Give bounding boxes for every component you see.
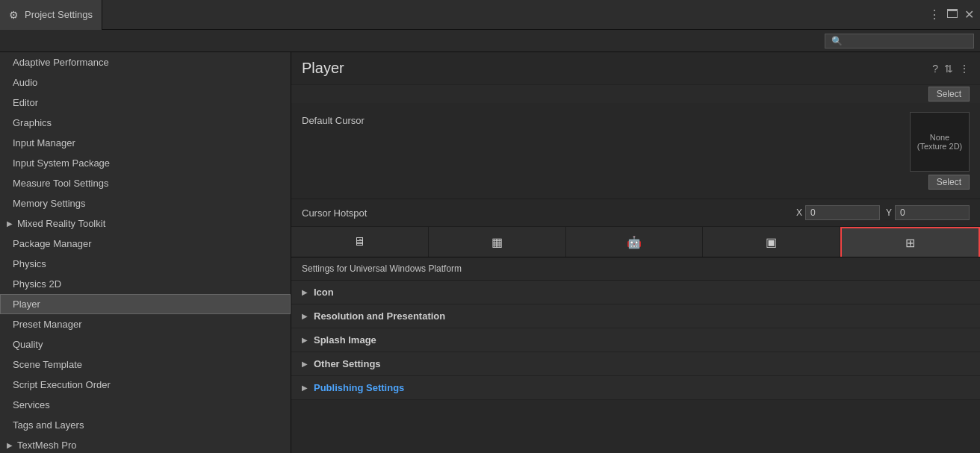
sidebar-item-label: Preset Manager <box>13 319 82 330</box>
sidebar-item-label: Editor <box>13 97 38 108</box>
sidebar-item-script-execution-order[interactable]: Script Execution Order <box>0 375 291 395</box>
more-icon[interactable]: ⋮ <box>959 63 970 75</box>
help-icon[interactable]: ? <box>932 63 938 75</box>
content-header-icons: ? ⇅ ⋮ <box>932 63 970 75</box>
content-header: Player ? ⇅ ⋮ <box>291 52 980 85</box>
maximize-icon[interactable]: 🗖 <box>946 7 958 22</box>
section-publishing-settings[interactable]: ▶Publishing Settings <box>291 376 980 400</box>
sidebar-item-label: Adaptive Performance <box>13 57 109 68</box>
arrow-icon: ▶ <box>7 219 13 228</box>
sidebar-item-audio[interactable]: Audio <box>0 72 291 93</box>
gear-icon: ⚙ <box>9 9 19 21</box>
section-splash-image[interactable]: ▶Splash Image <box>291 328 980 352</box>
section-label: Other Settings <box>314 358 381 369</box>
platform-tabs: 🖥▦🤖▣⊞ <box>291 227 980 257</box>
sidebar-item-quality[interactable]: Quality <box>0 334 291 354</box>
content-panel: Player ? ⇅ ⋮ Select Default Cursor None … <box>291 52 980 453</box>
select-button-cursor[interactable]: Select <box>928 175 970 190</box>
sidebar-item-label: Input Manager <box>13 137 75 149</box>
arrow-icon: ▶ <box>7 441 13 449</box>
sidebar-item-editor[interactable]: Editor <box>0 93 291 113</box>
section-label: Splash Image <box>314 334 376 346</box>
y-axis-label: Y <box>886 207 892 218</box>
close-icon[interactable]: ✕ <box>964 7 974 22</box>
scroll-top-row: Select <box>291 85 980 103</box>
sidebar-item-label: Scene Template <box>13 359 82 370</box>
sidebar-item-package-manager[interactable]: Package Manager <box>0 234 291 254</box>
sidebar-item-label: TextMesh Pro <box>17 440 76 451</box>
title-bar-controls: ⋮ 🗖 ✕ <box>928 7 980 22</box>
sidebar: Adaptive PerformanceAudioEditorGraphicsI… <box>0 52 291 453</box>
section-label: Resolution and Presentation <box>314 310 445 322</box>
sidebar-item-label: Memory Settings <box>13 198 86 209</box>
sections-list: ▶Icon▶Resolution and Presentation▶Splash… <box>291 281 980 400</box>
sidebar-item-memory-settings[interactable]: Memory Settings <box>0 193 291 213</box>
sidebar-item-label: Mixed Reality Toolkit <box>17 218 105 229</box>
cursor-right: None (Texture 2D) Select <box>910 112 970 190</box>
cursor-hotspot-label: Cursor Hotspot <box>302 207 790 219</box>
sidebar-item-input-manager[interactable]: Input Manager <box>0 133 291 153</box>
texture-type: (Texture 2D) <box>917 142 963 151</box>
y-value-input[interactable] <box>895 205 970 220</box>
sidebar-item-preset-manager[interactable]: Preset Manager <box>0 314 291 334</box>
sidebar-item-label: Graphics <box>13 117 52 128</box>
texture-none: None <box>930 133 949 142</box>
title-tab[interactable]: ⚙ Project Settings <box>0 0 102 30</box>
sidebar-item-tags-and-layers[interactable]: Tags and Layers <box>0 415 291 435</box>
texture-preview: None (Texture 2D) <box>910 112 970 172</box>
sidebar-item-label: Physics 2D <box>13 278 61 290</box>
more-options-icon[interactable]: ⋮ <box>928 7 940 22</box>
platform-tab-android[interactable]: 🤖 <box>566 227 704 257</box>
section-arrow-icon: ▶ <box>302 336 308 344</box>
section-icon[interactable]: ▶Icon <box>291 281 980 304</box>
sidebar-item-label: Script Execution Order <box>13 379 111 390</box>
sidebar-item-label: Input System Package <box>13 157 110 169</box>
title-bar: ⚙ Project Settings ⋮ 🗖 ✕ <box>0 0 980 30</box>
settings-label: Settings for Universal Windows Platform <box>291 257 980 281</box>
sidebar-item-label: Physics <box>13 258 46 269</box>
default-cursor-row: Default Cursor None (Texture 2D) Select <box>291 103 980 199</box>
sidebar-item-physics-2d[interactable]: Physics 2D <box>0 274 291 294</box>
sidebar-item-player[interactable]: Player <box>0 294 291 314</box>
section-label: Icon <box>314 287 334 298</box>
section-arrow-icon: ▶ <box>302 312 308 320</box>
hotspot-x-field: X <box>796 205 880 220</box>
x-axis-label: X <box>796 207 802 218</box>
window-title: Project Settings <box>25 9 93 20</box>
sidebar-item-measure-tool-settings[interactable]: Measure Tool Settings <box>0 173 291 193</box>
sidebar-item-label: Measure Tool Settings <box>13 178 108 189</box>
sidebar-item-services[interactable]: Services <box>0 395 291 415</box>
sidebar-item-scene-template[interactable]: Scene Template <box>0 354 291 375</box>
search-bar <box>0 30 980 52</box>
platform-tab-ios[interactable]: ▣ <box>703 227 840 257</box>
default-cursor-label: Default Cursor <box>302 115 910 126</box>
section-resolution-presentation[interactable]: ▶Resolution and Presentation <box>291 304 980 328</box>
main-layout: Adaptive PerformanceAudioEditorGraphicsI… <box>0 52 980 453</box>
page-title: Player <box>302 60 344 77</box>
section-arrow-icon: ▶ <box>302 384 308 392</box>
section-label: Publishing Settings <box>314 382 404 393</box>
sidebar-item-input-system-package[interactable]: Input System Package <box>0 153 291 173</box>
sidebar-item-label: Audio <box>13 77 37 88</box>
sidebar-item-textmesh-pro[interactable]: ▶TextMesh Pro <box>0 435 291 453</box>
section-other-settings[interactable]: ▶Other Settings <box>291 352 980 376</box>
sidebar-item-label: Quality <box>13 339 43 350</box>
sidebar-item-mixed-reality-toolkit[interactable]: ▶Mixed Reality Toolkit <box>0 213 291 234</box>
section-arrow-icon: ▶ <box>302 288 308 296</box>
sidebar-item-label: Package Manager <box>13 238 92 249</box>
section-arrow-icon: ▶ <box>302 360 308 368</box>
sidebar-item-graphics[interactable]: Graphics <box>0 113 291 133</box>
hotspot-y-field: Y <box>886 205 970 220</box>
sidebar-item-physics[interactable]: Physics <box>0 254 291 274</box>
platform-tab-standalone[interactable]: 🖥 <box>291 227 429 257</box>
search-input[interactable] <box>825 34 974 49</box>
platform-tab-uwp[interactable]: ⊞ <box>840 227 980 257</box>
cursor-hotspot-row: Cursor Hotspot X Y <box>291 199 980 227</box>
sidebar-item-label: Player <box>13 299 40 310</box>
x-value-input[interactable] <box>805 205 880 220</box>
sidebar-item-label: Services <box>13 399 50 410</box>
layout-icon[interactable]: ⇅ <box>944 63 953 75</box>
platform-tab-webgl[interactable]: ▦ <box>429 227 566 257</box>
select-button-top[interactable]: Select <box>928 87 970 101</box>
sidebar-item-adaptive-performance[interactable]: Adaptive Performance <box>0 52 291 72</box>
